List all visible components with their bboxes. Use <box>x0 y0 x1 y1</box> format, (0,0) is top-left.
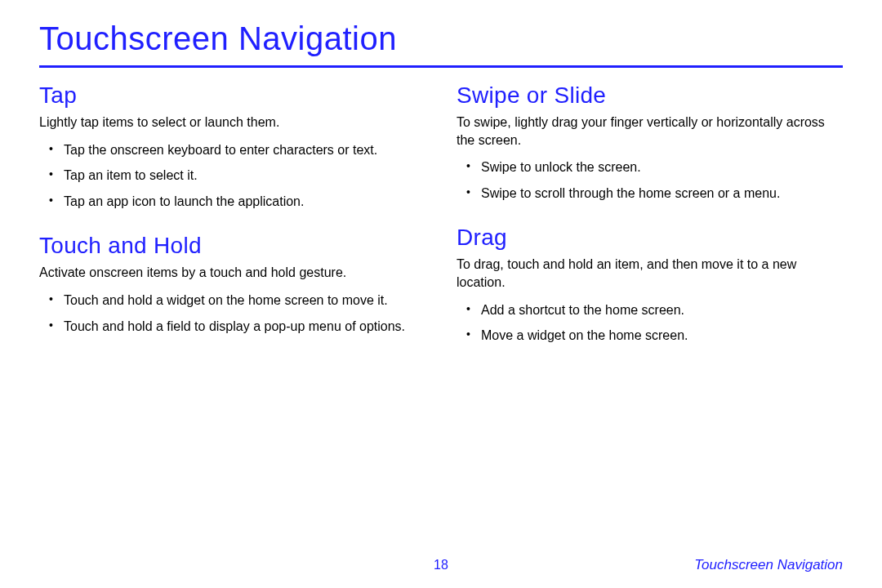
list-item: Tap an item to select it. <box>54 167 425 185</box>
list-item: Swipe to unlock the screen. <box>471 158 843 176</box>
touch-hold-list: Touch and hold a widget on the home scre… <box>39 292 425 335</box>
page-number: 18 <box>434 558 448 572</box>
touch-hold-heading: Touch and Hold <box>39 233 425 259</box>
swipe-intro: To swipe, lightly drag your finger verti… <box>457 114 843 149</box>
drag-intro: To drag, touch and hold an item, and the… <box>457 256 843 291</box>
content-columns: Tap Lightly tap items to select or launc… <box>39 82 843 368</box>
tap-intro: Lightly tap items to select or launch th… <box>39 114 425 131</box>
swipe-list: Swipe to unlock the screen. Swipe to scr… <box>457 158 843 202</box>
tap-list: Tap the onscreen keyboard to enter chara… <box>39 141 425 211</box>
list-item: Tap the onscreen keyboard to enter chara… <box>54 141 425 159</box>
list-item: Touch and hold a field to display a pop-… <box>54 318 425 336</box>
list-item: Swipe to scroll through the home screen … <box>471 185 843 203</box>
left-column: Tap Lightly tap items to select or launc… <box>39 82 425 368</box>
right-column: Swipe or Slide To swipe, lightly drag yo… <box>457 82 843 368</box>
title-divider <box>39 65 843 68</box>
swipe-heading: Swipe or Slide <box>457 82 843 109</box>
drag-list: Add a shortcut to the home screen. Move … <box>457 301 843 345</box>
drag-heading: Drag <box>457 225 843 251</box>
list-item: Add a shortcut to the home screen. <box>471 301 843 319</box>
tap-heading: Tap <box>39 82 425 109</box>
touch-hold-intro: Activate onscreen items by a touch and h… <box>39 264 425 282</box>
footer-section-title: Touchscreen Navigation <box>694 557 843 573</box>
list-item: Move a widget on the home screen. <box>471 327 843 345</box>
page-footer: 18 Touchscreen Navigation <box>0 557 882 573</box>
list-item: Touch and hold a widget on the home scre… <box>54 292 425 310</box>
page-title: Touchscreen Navigation <box>39 20 843 57</box>
list-item: Tap an app icon to launch the applicatio… <box>54 193 425 211</box>
